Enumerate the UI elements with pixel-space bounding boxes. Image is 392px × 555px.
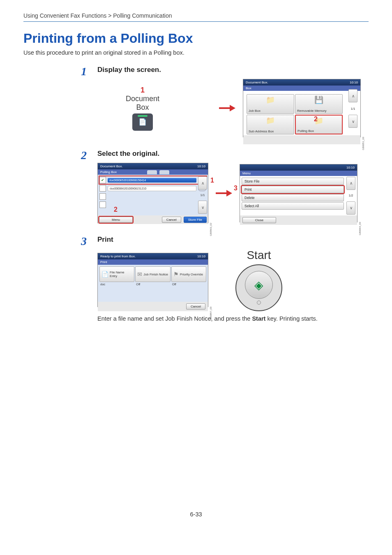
job-finish-value: Off — [135, 282, 170, 287]
page-down-button[interactable]: ∨ — [346, 201, 355, 215]
panel-subheader: Print — [98, 259, 208, 265]
store-file-button[interactable]: Store File — [184, 217, 207, 223]
page-up-button[interactable]: ∧ — [346, 177, 355, 190]
polling-box-list-screen: Document Box.10:10 Polling Box ✔ doc0000… — [97, 163, 208, 223]
menu-button[interactable]: Menu — [99, 217, 133, 223]
page-indicator: 1/1 — [200, 193, 205, 197]
callout-1: 1 — [210, 177, 214, 184]
document-box-button[interactable]: 1 Document Box — [114, 86, 171, 131]
page-up-button[interactable]: ∧ — [198, 176, 207, 190]
docbox-label-line2: Box — [114, 103, 171, 112]
file-row-empty — [99, 193, 206, 200]
checkbox-checked-icon[interactable]: ✔ — [99, 177, 106, 183]
panel-time: 10:10 — [346, 166, 355, 169]
start-button[interactable]: ◈ — [235, 264, 282, 311]
step-number-2: 2 — [81, 150, 97, 223]
close-button[interactable]: Close — [242, 217, 276, 223]
step-number-1: 1 — [81, 66, 97, 137]
page-indicator: 1/1 — [350, 107, 355, 111]
job-finish-notice-button[interactable]: ✉Job Finish Notice — [135, 266, 170, 282]
step-number-3: 3 — [81, 236, 97, 322]
card-removable-memory[interactable]: 💾Removable Memory — [295, 94, 343, 114]
figure-id: GB0857_00 — [210, 307, 212, 320]
checkbox-icon[interactable] — [99, 185, 106, 192]
page-number: 6-33 — [23, 511, 369, 518]
print-options-screen: Ready to print from Box.10:10 Print 📄Fil… — [97, 253, 208, 307]
menu-popup-screen: 10:10 Menu Store File Print Delete Selec… — [240, 164, 357, 222]
callout-1: 1 — [114, 86, 171, 95]
card-sub-address-box[interactable]: 📁Sub Address Box — [247, 115, 294, 134]
page-down-button[interactable]: ∨ — [198, 201, 207, 214]
card-job-box[interactable]: 📁Job Box — [247, 94, 294, 114]
file-name: doc00006520100908150414 — [108, 178, 196, 183]
figure-id: GB0064_00 — [359, 222, 361, 235]
page-up-button[interactable]: ∧ — [348, 89, 357, 102]
menu-item-print[interactable]: Print — [242, 186, 344, 193]
file-name-value: doc — [99, 282, 134, 287]
arrow-right-icon — [219, 106, 235, 110]
file-row-selected[interactable]: ✔ doc00006520100908150414 — [99, 176, 206, 184]
callout-2: 2 — [314, 116, 318, 123]
start-led-icon — [257, 301, 261, 305]
menu-item-select-all[interactable]: Select All — [242, 202, 344, 210]
file-row[interactable]: doc00006620100908151210 — [99, 185, 206, 192]
docbox-label-line1: Document — [114, 95, 171, 103]
page-title: Printing from a Polling Box — [23, 31, 369, 46]
panel-subheader: Box — [243, 86, 360, 91]
menu-item-delete[interactable]: Delete — [242, 194, 344, 201]
panel-subheader: Menu — [240, 171, 357, 176]
panel-time: 10:10 — [350, 81, 358, 84]
panel-subheader: Polling Box — [98, 169, 208, 175]
breadcrumb: Using Convenient Fax Functions > Polling… — [23, 12, 369, 21]
priority-value: Off — [171, 282, 206, 287]
file-name-entry-button[interactable]: 📄File Name Entry — [99, 266, 134, 282]
callout-2: 2 — [114, 206, 118, 213]
priority-override-button[interactable]: ⚑Priority Override — [171, 266, 206, 282]
step2-title: Select the original. — [97, 150, 369, 158]
search-tab-icon[interactable] — [159, 170, 169, 174]
cancel-button[interactable]: Cancel — [186, 303, 205, 310]
start-glyph-icon: ◈ — [254, 278, 263, 292]
panel-header: Ready to print from Box. — [100, 254, 136, 258]
figure-id: GB0563_02 — [210, 223, 212, 236]
page-down-button[interactable]: ∨ — [348, 115, 357, 128]
docbox-icon — [132, 113, 153, 131]
page-indicator: 1/2 — [348, 194, 353, 197]
start-label: Start — [247, 249, 271, 262]
cancel-button[interactable]: Cancel — [162, 217, 181, 223]
divider — [23, 21, 369, 22]
card-polling-box[interactable]: 📁Polling Box — [295, 115, 343, 134]
figure-id: GB0051_00 — [362, 137, 364, 150]
panel-header: Document Box. — [246, 81, 268, 84]
menu-item-store-file[interactable]: Store File — [242, 178, 344, 185]
panel-header: Document Box. — [100, 164, 123, 168]
sort-tab-icon[interactable] — [147, 170, 157, 174]
intro-text: Use this procedure to print an original … — [23, 49, 369, 56]
arrow-right-icon — [216, 191, 232, 195]
docbox-screen: Document Box.10:10 Box 📁Job Box 💾Removab… — [243, 79, 361, 137]
step1-title: Display the screen. — [97, 66, 369, 74]
callout-3: 3 — [234, 185, 238, 192]
panel-time: 10:10 — [197, 254, 205, 258]
step3-note: Enter a file name and set Job Finish Not… — [97, 315, 369, 322]
file-name: doc00006620100908151210 — [108, 186, 196, 191]
step3-title: Print — [97, 236, 369, 244]
panel-time: 10:10 — [197, 164, 205, 168]
